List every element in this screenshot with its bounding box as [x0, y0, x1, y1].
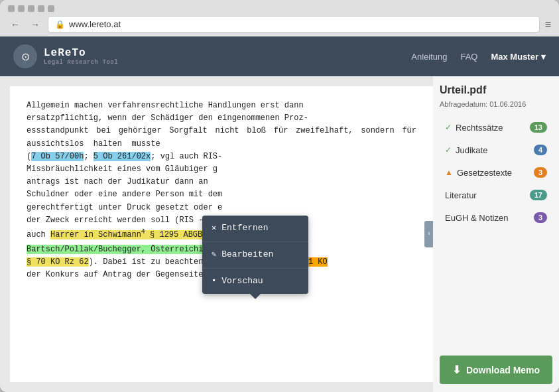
sidebar-item-eugh[interactable]: EuGH & Notizen 3 [440, 208, 552, 228]
url-text: www.lereto.at [69, 19, 121, 29]
win-btn-1 [8, 5, 15, 12]
edit-icon: ✎ [212, 249, 216, 261]
nav-faq[interactable]: FAQ [460, 52, 477, 62]
sidebar-label-literatur: Literatur [445, 190, 477, 200]
badge-literatur: 17 [530, 190, 547, 200]
win-btn-3 [28, 5, 34, 12]
remove-icon: ✕ [212, 222, 216, 235]
sidebar-item-literatur[interactable]: Literatur 17 [440, 185, 552, 205]
app-content: ⊙ LeReTo Legal Research Tool Anleitung F… [0, 36, 559, 392]
nav-links: Anleitung FAQ Max Muster ▾ [411, 52, 546, 62]
check-icon-rechtssaetze: ✓ [445, 123, 452, 132]
ref-70ko: § 70 KO Rz 62 [27, 257, 89, 267]
user-menu[interactable]: Max Muster ▾ [491, 52, 546, 62]
ref-5ob: 5 Ob 261/02x [93, 152, 151, 161]
context-menu-remove[interactable]: ✕ Entfernen [202, 216, 308, 242]
browser-chrome: ← → 🔒 www.lereto.at ≡ [0, 0, 559, 36]
win-btn-2 [18, 5, 25, 12]
context-menu-edit-label: Bearbeiten [221, 248, 273, 262]
ref-7ob: 7 Ob 57/00h [31, 152, 84, 161]
download-btn-label: Download Memo [466, 365, 540, 375]
nav-anleitung[interactable]: Anleitung [411, 52, 447, 62]
forward-button[interactable]: → [28, 18, 42, 31]
sidebar-label-rechtssaetze: Rechtssätze [456, 123, 503, 133]
badge-rechtssaetze: 13 [530, 122, 547, 133]
sidebar: Urteil.pdf Abfragedatum: 01.06.2016 ✓ Re… [433, 76, 559, 392]
badge-gesetzestexte: 3 [534, 167, 547, 178]
download-memo-button[interactable]: ⬇ Download Memo [440, 356, 552, 384]
back-button[interactable]: ← [8, 18, 23, 31]
address-bar[interactable]: 🔒 www.lereto.at [48, 16, 540, 33]
sidebar-item-rechtssaetze[interactable]: ✓ Rechtssätze 13 [440, 117, 552, 137]
win-btn-5 [48, 5, 54, 12]
sidebar-filename: Urteil.pdf [440, 84, 552, 96]
browser-controls-bar: ← → 🔒 www.lereto.at ≡ [8, 16, 551, 33]
sidebar-item-gesetzestexte[interactable]: ▲ Gesetzestexte 3 [440, 163, 552, 182]
sidebar-label-eugh: EuGH & Notizen [445, 213, 508, 223]
window-buttons [8, 5, 54, 12]
browser-controls-top [8, 5, 551, 12]
sidebar-label-gesetzestexte: Gesetzestexte [457, 168, 512, 178]
badge-judikate: 4 [534, 145, 547, 155]
logo-area: ⊙ LeReTo Legal Research Tool [13, 44, 118, 68]
context-menu-remove-label: Entfernen [221, 222, 268, 235]
logo-icon: ⊙ [13, 44, 37, 68]
main-area: Allgemein machen verfahrensrechtliche Ha… [0, 76, 559, 392]
app-header: ⊙ LeReTo Legal Research Tool Anleitung F… [0, 36, 559, 76]
context-menu-preview-label: Vorschau [221, 275, 263, 289]
logo-subtitle: Legal Research Tool [44, 59, 118, 66]
sidebar-label-judikate: Judikate [456, 145, 487, 155]
logo-text: LeReTo Legal Research Tool [44, 47, 118, 66]
context-menu: ✕ Entfernen ✎ Bearbeiten ▪ Vorschau [202, 216, 308, 294]
user-name: Max Muster [491, 52, 538, 62]
lock-icon: 🔒 [55, 20, 65, 29]
browser-menu-button[interactable]: ≡ [545, 19, 551, 31]
chevron-down-icon: ▾ [541, 52, 546, 62]
document-area: Allgemein machen verfahrensrechtliche Ha… [10, 86, 433, 382]
browser-window: ← → 🔒 www.lereto.at ≡ ⊙ LeReTo Legal Res… [0, 0, 559, 392]
preview-icon: ▪ [212, 275, 216, 287]
check-icon-judikate: ✓ [445, 145, 452, 155]
sidebar-date: Abfragedatum: 01.06.2016 [440, 100, 552, 108]
context-menu-preview[interactable]: ▪ Vorschau [202, 269, 308, 294]
collapse-handle[interactable]: ‹ [424, 221, 433, 247]
collapse-icon: ‹ [427, 229, 431, 239]
download-icon: ⬇ [452, 363, 461, 376]
warn-icon-gesetzestexte: ▲ [445, 168, 453, 177]
context-menu-edit[interactable]: ✎ Bearbeiten [202, 242, 308, 269]
badge-eugh: 3 [534, 212, 547, 223]
win-btn-4 [38, 5, 44, 12]
logo-title: LeReTo [44, 47, 118, 59]
sidebar-item-judikate[interactable]: ✓ Judikate 4 [440, 140, 552, 160]
